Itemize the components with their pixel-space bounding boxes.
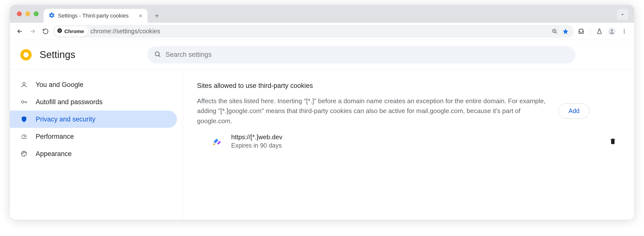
sidebar-item-label: Autofill and passwords xyxy=(36,98,102,106)
forward-button[interactable] xyxy=(27,26,38,37)
sidebar-item-autofill[interactable]: Autofill and passwords xyxy=(10,93,177,111)
svg-point-13 xyxy=(23,83,25,85)
sidebar-item-privacy-security[interactable]: Privacy and security xyxy=(10,111,177,128)
search-icon xyxy=(154,51,161,59)
settings-main: Sites allowed to use third-party cookies… xyxy=(183,70,634,220)
settings-icon xyxy=(48,12,55,19)
settings-header: Settings xyxy=(10,40,634,70)
site-favicon-icon xyxy=(212,136,222,146)
sidebar-item-label: Appearance xyxy=(36,150,72,158)
page-title: Settings xyxy=(40,49,76,60)
site-info: https://[*.]web.dev Expires in 90 days xyxy=(231,133,282,149)
tabbar-right xyxy=(617,9,631,23)
svg-point-2 xyxy=(59,30,60,31)
search-settings-box[interactable] xyxy=(147,46,576,63)
section-row: Affects the sites listed here. Inserting… xyxy=(197,96,620,126)
svg-point-16 xyxy=(23,152,24,153)
browser-window: Settings - Third-party cookies xyxy=(10,5,634,220)
url-box[interactable]: Chrome chrome://settings/cookies xyxy=(53,25,574,38)
search-settings-input[interactable] xyxy=(166,51,568,59)
site-chip[interactable]: Chrome xyxy=(54,26,88,36)
sidebar-item-you-and-google[interactable]: You and Google xyxy=(10,76,177,93)
sidebar-item-performance[interactable]: Performance xyxy=(10,128,177,145)
reload-button[interactable] xyxy=(40,26,51,37)
maximize-window-button[interactable] xyxy=(34,11,38,16)
svg-point-8 xyxy=(624,32,625,33)
sidebar-item-label: Privacy and security xyxy=(36,116,96,123)
svg-point-6 xyxy=(624,29,625,30)
svg-point-7 xyxy=(624,31,625,32)
url-text: chrome://settings/cookies xyxy=(90,28,160,35)
address-actions xyxy=(550,26,572,36)
person-icon xyxy=(20,81,28,88)
close-tab-button[interactable] xyxy=(138,13,143,18)
separator xyxy=(590,28,590,35)
section-title: Sites allowed to use third-party cookies xyxy=(197,82,620,90)
profile-button[interactable] xyxy=(606,26,617,37)
browser-actions xyxy=(576,26,630,37)
zoom-icon[interactable] xyxy=(550,26,560,36)
svg-point-18 xyxy=(213,143,215,145)
key-icon xyxy=(20,99,28,106)
address-bar: Chrome chrome://settings/cookies xyxy=(10,23,634,40)
extensions-button[interactable] xyxy=(576,26,587,37)
site-chip-label: Chrome xyxy=(64,28,84,34)
svg-point-14 xyxy=(22,101,24,103)
tab-search-button[interactable] xyxy=(617,9,628,20)
chrome-icon xyxy=(57,28,62,35)
add-site-button[interactable]: Add xyxy=(558,103,590,119)
new-tab-button[interactable] xyxy=(152,10,162,21)
labs-button[interactable] xyxy=(594,26,605,37)
window-controls xyxy=(10,5,44,23)
section-description: Affects the sites listed here. Inserting… xyxy=(197,96,548,126)
browser-tab[interactable]: Settings - Third-party cookies xyxy=(44,9,148,23)
close-window-button[interactable] xyxy=(17,11,22,16)
speedometer-icon xyxy=(20,133,28,140)
palette-icon xyxy=(20,150,28,157)
tab-title: Settings - Third-party cookies xyxy=(58,12,129,19)
site-expiry: Expires in 90 days xyxy=(231,142,282,149)
allowed-site-row: https://[*.]web.dev Expires in 90 days xyxy=(197,126,620,149)
bookmark-star-icon[interactable] xyxy=(560,26,570,36)
sidebar-item-label: You and Google xyxy=(36,81,84,89)
site-url: https://[*.]web.dev xyxy=(231,133,282,141)
svg-point-12 xyxy=(155,52,159,56)
sidebar-item-appearance[interactable]: Appearance xyxy=(10,145,177,162)
delete-site-button[interactable] xyxy=(609,138,619,145)
settings-sidebar: You and Google Autofill and passwords Pr… xyxy=(10,70,183,220)
chrome-logo-icon xyxy=(20,49,32,61)
svg-point-17 xyxy=(25,153,25,153)
back-button[interactable] xyxy=(14,26,25,37)
shield-icon xyxy=(20,116,28,123)
browser-menu-button[interactable] xyxy=(619,26,630,37)
tab-bar: Settings - Third-party cookies xyxy=(10,5,634,23)
minimize-window-button[interactable] xyxy=(25,11,30,16)
sidebar-item-label: Performance xyxy=(36,133,74,140)
svg-point-5 xyxy=(611,29,613,31)
settings-body: You and Google Autofill and passwords Pr… xyxy=(10,70,634,220)
svg-point-15 xyxy=(22,153,23,154)
